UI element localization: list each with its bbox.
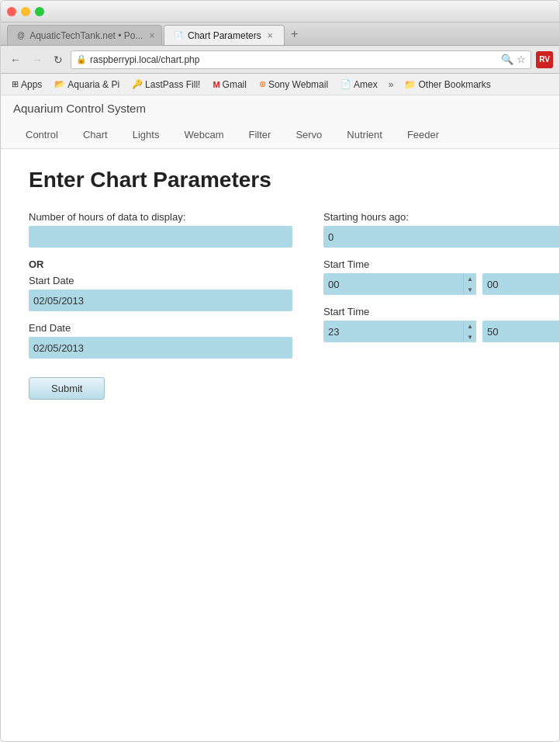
bookmarks-bar: ⊞ Apps 📂 Aquaria & Pi 🔑 LastPass Fill! M… bbox=[1, 74, 559, 95]
nav-chart[interactable]: Chart bbox=[71, 123, 120, 148]
nav-filter[interactable]: Filter bbox=[236, 123, 283, 148]
end-min-input[interactable] bbox=[482, 321, 559, 342]
bookmark-gmail-label: Gmail bbox=[223, 79, 247, 90]
nav-control[interactable]: Control bbox=[13, 123, 71, 148]
end-date-label: End Date bbox=[29, 322, 292, 334]
submit-button[interactable]: Submit bbox=[29, 377, 105, 400]
hours-input[interactable] bbox=[29, 226, 292, 248]
form-col-right: Starting hours ago: ▲ ▼ Start Time bbox=[323, 211, 559, 400]
end-min-spinner: ▲ ▼ bbox=[482, 321, 559, 342]
start-hour-spinner: ▲ ▼ bbox=[323, 273, 476, 295]
bookmark-aquaria-label: Aquaria & Pi bbox=[67, 79, 119, 90]
nav-servo[interactable]: Servo bbox=[283, 123, 334, 148]
star-icon[interactable]: ☆ bbox=[517, 54, 526, 65]
start-min-input[interactable] bbox=[482, 273, 559, 295]
start-time-label: Start Time bbox=[323, 258, 559, 270]
end-hour-field: ▲ ▼ bbox=[323, 321, 476, 342]
start-min-field: ▲ ▼ bbox=[482, 273, 559, 295]
end-date-field-group: End Date bbox=[29, 322, 292, 359]
start-min-spinner: ▲ ▼ bbox=[482, 273, 559, 295]
starting-hours-input[interactable] bbox=[323, 226, 559, 248]
back-btn[interactable]: ← bbox=[7, 52, 24, 68]
bookmarks-more-btn[interactable]: » bbox=[385, 78, 397, 92]
bookmark-lastpass-label: LastPass Fill! bbox=[145, 79, 200, 90]
url-display: raspberrypi.local/chart.php bbox=[90, 54, 498, 65]
url-actions: 🔍 ☆ bbox=[501, 54, 526, 65]
lastpass-icon: 🔑 bbox=[132, 79, 143, 89]
forward-btn[interactable]: → bbox=[29, 52, 46, 68]
bookmark-apps[interactable]: ⊞ Apps bbox=[7, 78, 47, 92]
app-nav: Aquarium Control System Control Chart Li… bbox=[1, 95, 559, 149]
other-bookmarks[interactable]: 📁 Other Bookmarks bbox=[399, 78, 495, 92]
app-menu: Control Chart Lights Webcam Filter Servo… bbox=[13, 123, 547, 148]
tab-bar: @ AquaticTechTank.net • Po... × 📄 Chart … bbox=[1, 23, 559, 46]
nav-nutrient[interactable]: Nutrient bbox=[334, 123, 395, 148]
tab-label-1: AquaticTechTank.net • Po... bbox=[29, 30, 143, 41]
app-title: Aquarium Control System bbox=[13, 102, 547, 115]
window-close-btn[interactable] bbox=[7, 7, 16, 16]
other-bookmarks-icon: 📁 bbox=[404, 79, 416, 90]
nav-webcam[interactable]: Webcam bbox=[171, 123, 236, 148]
starting-hours-field-group: Starting hours ago: ▲ ▼ bbox=[323, 211, 559, 248]
tab-close-1[interactable]: × bbox=[147, 30, 156, 41]
url-input-wrap[interactable]: 🔒 raspberrypi.local/chart.php 🔍 ☆ bbox=[71, 50, 531, 69]
main-area: Enter Chart Parameters Number of hours o… bbox=[1, 149, 559, 418]
tab-1[interactable]: @ AquaticTechTank.net • Po... × bbox=[7, 25, 162, 45]
window-minimize-btn[interactable] bbox=[21, 7, 30, 16]
start-hour-down-btn[interactable]: ▼ bbox=[464, 284, 476, 295]
refresh-btn[interactable]: ↻ bbox=[50, 52, 66, 68]
bookmark-sony[interactable]: ⊛ Sony Webmail bbox=[254, 78, 333, 92]
starting-hours-spinner: ▲ ▼ bbox=[323, 226, 559, 248]
add-tab-btn[interactable]: + bbox=[286, 26, 303, 43]
end-hour-up-btn[interactable]: ▲ bbox=[464, 321, 476, 331]
folder-aquaria-icon: 📂 bbox=[54, 79, 65, 89]
end-min-field: ▲ ▼ bbox=[482, 321, 559, 342]
form-col-left: Number of hours of data to display: OR S… bbox=[29, 211, 292, 400]
gmail-icon: M bbox=[213, 80, 220, 89]
bookmark-amex[interactable]: 📄 Amex bbox=[336, 78, 382, 92]
tab-label-2: Chart Parameters bbox=[188, 30, 261, 41]
end-date-input[interactable] bbox=[29, 337, 292, 359]
search-icon[interactable]: 🔍 bbox=[501, 54, 513, 65]
page-content: Aquarium Control System Control Chart Li… bbox=[1, 95, 559, 741]
end-time-field-group: Start Time ▲ ▼ bbox=[323, 306, 559, 342]
start-hour-up-btn[interactable]: ▲ bbox=[464, 273, 476, 284]
apps-icon: ⊞ bbox=[12, 79, 19, 89]
end-time-label: Start Time bbox=[323, 306, 559, 317]
extension-icon[interactable]: RV bbox=[536, 51, 553, 68]
start-time-row: ▲ ▼ ▲ ▼ bbox=[323, 273, 559, 295]
browser-window: @ AquaticTechTank.net • Po... × 📄 Chart … bbox=[0, 0, 560, 742]
url-bar: ← → ↻ 🔒 raspberrypi.local/chart.php 🔍 ☆ … bbox=[1, 46, 559, 74]
bookmark-gmail[interactable]: M Gmail bbox=[208, 78, 251, 92]
end-hour-down-btn[interactable]: ▼ bbox=[464, 331, 476, 342]
bookmark-amex-label: Amex bbox=[354, 79, 378, 90]
nav-lights[interactable]: Lights bbox=[120, 123, 172, 148]
start-date-field-group: Start Date bbox=[29, 275, 292, 311]
sony-icon: ⊛ bbox=[259, 79, 266, 89]
bookmark-lastpass[interactable]: 🔑 LastPass Fill! bbox=[127, 78, 205, 92]
end-time-row: ▲ ▼ ▲ ▼ bbox=[323, 321, 559, 342]
start-hour-spinner-btns: ▲ ▼ bbox=[463, 273, 476, 295]
form-section: Number of hours of data to display: OR S… bbox=[29, 211, 531, 400]
end-hour-input[interactable] bbox=[323, 321, 463, 342]
hours-field-group: Number of hours of data to display: bbox=[29, 211, 292, 248]
end-hour-spinner: ▲ ▼ bbox=[323, 321, 476, 342]
start-date-label: Start Date bbox=[29, 275, 292, 286]
title-bar bbox=[1, 1, 559, 23]
start-hour-input[interactable] bbox=[323, 273, 463, 295]
nav-feeder[interactable]: Feeder bbox=[395, 123, 451, 148]
bookmark-sony-label: Sony Webmail bbox=[268, 79, 328, 90]
extension-label: RV bbox=[539, 55, 550, 64]
start-hour-field: ▲ ▼ bbox=[323, 273, 476, 295]
end-hour-spinner-btns: ▲ ▼ bbox=[463, 321, 476, 342]
bookmark-aquaria[interactable]: 📂 Aquaria & Pi bbox=[50, 78, 124, 92]
hours-label: Number of hours of data to display: bbox=[29, 211, 292, 223]
bookmark-apps-label: Apps bbox=[21, 79, 42, 90]
start-time-field-group: Start Time ▲ ▼ bbox=[323, 258, 559, 295]
start-date-input[interactable] bbox=[29, 290, 292, 311]
tab-close-2[interactable]: × bbox=[266, 30, 275, 41]
other-bookmarks-label: Other Bookmarks bbox=[418, 79, 490, 90]
amex-icon: 📄 bbox=[340, 79, 351, 89]
window-maximize-btn[interactable] bbox=[35, 7, 44, 16]
tab-2[interactable]: 📄 Chart Parameters × bbox=[164, 25, 285, 45]
